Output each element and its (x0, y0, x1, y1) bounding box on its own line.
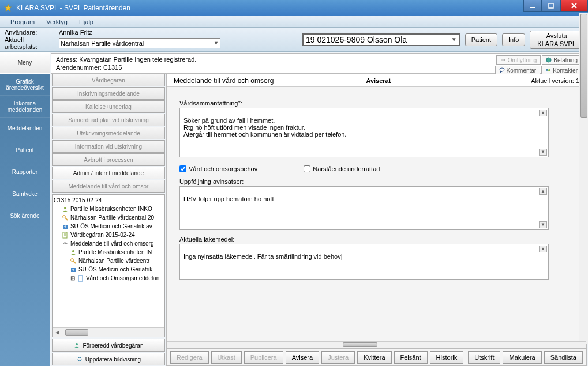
spinner-up-icon[interactable]: ▲ (539, 188, 547, 195)
refresh-icon (76, 356, 83, 363)
sidebar-item-inkomna[interactable]: Inkomna meddelanden (0, 96, 50, 118)
scroll-thumb[interactable] (65, 329, 88, 336)
svg-point-2 (546, 58, 551, 62)
utskrift-button[interactable]: Utskrift (468, 351, 500, 364)
followup-textarea[interactable]: HSV följer upp hematom hö höft ▲ ▼ (179, 186, 549, 230)
key-icon (70, 258, 77, 265)
spinner-down-icon[interactable]: ▼ (539, 221, 547, 228)
scroll-thumb[interactable] (580, 74, 587, 118)
publicera-button[interactable]: Publicera (244, 351, 283, 364)
scroll-left-icon[interactable]: ◄ (53, 329, 62, 335)
menu-verktyg[interactable]: Verktyg (40, 17, 73, 27)
spinner-up-icon[interactable]: ▲ (539, 110, 547, 116)
makulera-button[interactable]: Makulera (503, 351, 541, 364)
docnav-information[interactable]: Information vid utskrivning (52, 140, 165, 153)
sidebar-item-meddelanden[interactable]: Meddelanden (0, 118, 50, 139)
tree-item[interactable]: Vårdbegäran 2015-02-24 (54, 231, 163, 239)
care-need-input[interactable] (179, 165, 186, 172)
workplace-select[interactable]: Närhälsan Partille vårdcentral ▼ (59, 38, 220, 48)
window-maximize-button[interactable] (542, 0, 560, 12)
relative-notified-checkbox[interactable]: Närstående underrättad (304, 165, 380, 172)
sidebar-item-samtycke[interactable]: Samtycke (0, 183, 50, 205)
sidebar: Meny Grafisk ärendeöversikt Inkomna medd… (0, 52, 50, 366)
svg-point-5 (548, 69, 550, 71)
sidebar-item-meny[interactable]: Meny (0, 52, 50, 74)
tree-item[interactable]: Partille Missbruksenheten IN (54, 248, 163, 256)
svg-point-14 (76, 343, 78, 345)
window-minimize-button[interactable] (523, 0, 542, 12)
link-omflyttning[interactable]: Omflyttning (496, 55, 541, 65)
historik-button[interactable]: Historik (430, 351, 464, 364)
form-horizontal-scrollbar[interactable] (167, 341, 586, 348)
document-icon (77, 275, 84, 282)
avisera-button[interactable]: Avisera (286, 351, 319, 364)
scroll-thumb[interactable] (343, 342, 377, 347)
tree-item[interactable]: Partille Missbruksenheten INKO (54, 205, 163, 213)
tree-item[interactable]: Meddelande till vård och omsorg (54, 239, 163, 248)
tree-horizontal-scrollbar[interactable]: ◄ (53, 327, 164, 337)
tree-item[interactable]: SU-ÖS Medicin och Geriatrik av (54, 222, 163, 231)
document-icon (62, 232, 69, 239)
relative-notified-input[interactable] (304, 165, 310, 172)
dropdown-icon: ▼ (214, 40, 219, 46)
tree-root[interactable]: C1315 2015-02-24 (54, 196, 163, 205)
case-tree[interactable]: C1315 2015-02-24 Partille Missbruksenhet… (52, 194, 165, 337)
info-button[interactable]: Info (502, 33, 525, 46)
link-icon (62, 240, 69, 247)
tree-item[interactable]: Närhälsan Partille vårdcentral 20 (54, 213, 163, 222)
exit-button[interactable]: Avsluta KLARA SVPL (530, 31, 583, 49)
form-vertical-scrollbar[interactable] (579, 74, 587, 344)
prepare-icon (73, 342, 80, 349)
menu-hjalp[interactable]: Hjälp (73, 17, 99, 27)
tree-item[interactable]: Närhälsan Partille vårdcentr (54, 256, 163, 265)
medication-textarea[interactable]: Inga nyinsatta läkemedel. Får ta smärtli… (179, 244, 549, 280)
summary-textarea[interactable]: Söker på grund av fall i hemmet. Rtg hö … (179, 108, 549, 157)
tree-item[interactable]: ⊞ Vård och Omsorgsmeddelan (54, 274, 163, 282)
summary-label: Vårdsammanfattning*: (179, 100, 574, 107)
contacts-icon (545, 67, 551, 73)
justera-button[interactable]: Justera (321, 351, 355, 364)
prepare-request-button[interactable]: Förberedd vårdbegäran (52, 339, 165, 352)
svg-rect-13 (78, 276, 83, 281)
docnav-inskrivning[interactable]: Inskrivningsmeddelande (52, 87, 165, 100)
dropdown-icon: ▼ (451, 36, 457, 43)
utkast-button[interactable]: Utkast (211, 351, 242, 364)
patient-select[interactable]: 19 021026-9809 Olsson Ola ▼ (302, 33, 460, 46)
sidebar-item-rapporter[interactable]: Rapporter (0, 161, 50, 183)
kvittera-button[interactable]: Kvittera (357, 351, 391, 364)
svg-point-6 (64, 207, 66, 209)
sidebar-item-sok[interactable]: Sök ärende (0, 205, 50, 227)
update-view-button[interactable]: Uppdatera bildvisning (52, 353, 165, 365)
window-close-button[interactable] (560, 0, 588, 12)
person-icon (70, 249, 77, 256)
patient-button[interactable]: Patient (465, 33, 497, 46)
docnav-admin[interactable]: Admin / internt meddelande (52, 167, 165, 179)
spinner-up-icon[interactable]: ▲ (539, 246, 547, 252)
docnav-vardbegaran[interactable]: Vårdbegäran (52, 74, 165, 86)
felsant-button[interactable]: Felsänt (394, 351, 428, 364)
docnav-samordnad[interactable]: Samordnad plan vid utskrivning (52, 114, 165, 126)
sidebar-item-grafisk[interactable]: Grafisk ärendeöversikt (0, 74, 50, 96)
action-bar: Redigera Utkast Publicera Avisera Juster… (167, 348, 586, 365)
sidebar-item-patient[interactable]: Patient (0, 139, 50, 161)
docnav-avbrott[interactable]: Avbrott i processen (52, 153, 165, 166)
sandlista-button[interactable]: Sändlista (544, 351, 583, 364)
docnav-utskrivning[interactable]: Utskrivningsmeddelande (52, 127, 165, 139)
expand-icon[interactable]: ⊞ (70, 275, 76, 281)
menu-program[interactable]: Program (5, 17, 40, 27)
workplace-label: Aktuell arbetsplats: (5, 36, 57, 50)
app-star-icon (3, 3, 13, 13)
window-title: KLARA SVPL - SVPL Patientärenden (16, 4, 130, 12)
tree-item[interactable]: SU-ÖS Medicin och Geriatrik (54, 265, 163, 274)
document-nav: Vårdbegäran Inskrivningsmeddelande Kalle… (51, 74, 166, 366)
form-status: Aviserat (366, 77, 391, 84)
link-betalning[interactable]: Betalning (542, 55, 582, 65)
docnav-kallelse[interactable]: Kallelse+underlag (52, 100, 165, 113)
person-icon (62, 206, 69, 213)
care-need-checkbox[interactable]: Vård och omsorgsbehov (179, 165, 257, 172)
spinner-down-icon[interactable]: ▼ (539, 149, 547, 156)
redigera-button[interactable]: Redigera (170, 351, 209, 364)
docnav-meddelande[interactable]: Meddelande till vård och omsor (52, 180, 165, 193)
svg-point-4 (546, 69, 548, 71)
followup-label: Uppföljning avinsatser: (179, 178, 574, 185)
